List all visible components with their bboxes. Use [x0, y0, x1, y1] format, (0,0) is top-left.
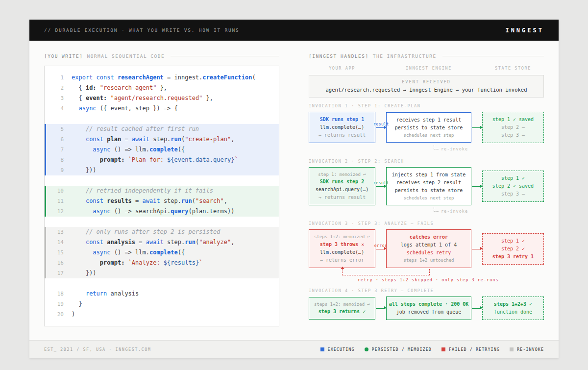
- code-token: const: [86, 136, 103, 143]
- code-token: return: [86, 290, 107, 297]
- box-line: searchApi.query(…): [311, 186, 373, 194]
- code-token: ,: [231, 136, 234, 143]
- invocation-label: INVOCATION 2 · STEP 2: SEARCH: [309, 159, 544, 164]
- infra-panel-tag: [INNGEST HANDLES]: [309, 53, 369, 59]
- line-number: 14: [51, 237, 64, 247]
- code-text: })): [72, 167, 97, 173]
- code-text: const analysis = await step.run("analyze…: [72, 239, 234, 246]
- code-token: [72, 208, 93, 215]
- code-panel-title: NORMAL SEQUENTIAL CODE: [87, 53, 165, 59]
- arrow-engine-to-store-icon: [471, 182, 482, 190]
- brand-logo: INNGEST: [505, 27, 544, 34]
- invocation-section: INVOCATION 3 · STEP 3: ANALYZE — FAILS s…: [309, 221, 544, 268]
- code-token: researchAgent: [118, 74, 164, 81]
- code-token: "create-plan": [185, 136, 231, 143]
- legend-item: FAILED / RETRYING: [441, 347, 500, 352]
- reinvoke-dash-icon: [434, 145, 439, 149]
- code-token: [72, 156, 100, 163]
- line-number: 1: [51, 73, 64, 83]
- code-line: 15 async () => llm.complete({: [45, 247, 279, 258]
- code-token: await: [143, 197, 160, 204]
- code-line: 20): [45, 309, 279, 320]
- line-number: 7: [51, 145, 64, 155]
- line-number: 13: [51, 227, 64, 237]
- code-token: ${results}: [164, 259, 199, 266]
- code-text: async ({ event, step }) => {: [72, 105, 178, 112]
- box-line: SDK runs step 2: [311, 178, 373, 186]
- column-headers: YOUR APP INNGEST ENGINE STATE STORE: [309, 66, 544, 71]
- line-number: 6: [51, 134, 64, 145]
- code-text: export const researchAgent = inngest.cre…: [72, 74, 256, 81]
- code-token: await: [146, 239, 164, 246]
- code-token: () => searchApi.: [110, 208, 171, 215]
- code-token: },: [156, 84, 167, 91]
- code-token: [72, 197, 86, 204]
- box-line: step 1 ✓: [485, 174, 541, 182]
- box-line: schedules next step: [389, 195, 469, 201]
- code-token: [72, 239, 86, 246]
- code-text: // retried independently if it fails: [72, 187, 213, 194]
- box-line: function done: [485, 308, 541, 316]
- retry-note: retry · steps 1+2 skipped · only step 3 …: [358, 277, 544, 282]
- code-token: complete: [149, 249, 178, 256]
- event-box-title: EVENT RECEIVED: [312, 79, 540, 84]
- arrow-app-to-engine-icon: [375, 304, 386, 312]
- code-token: "analyze": [199, 239, 231, 246]
- box-line: llm.complete(…): [311, 123, 373, 131]
- code-line: 13 // only runs after step 2 is persiste…: [45, 227, 279, 237]
- code-line: 8 prompt: `Plan for: ${event.data.query}…: [45, 155, 279, 165]
- state-store-box: step 1 ✓step 2 ✓step 3 retry 1: [482, 233, 544, 265]
- box-line: step 2 ✓: [485, 245, 541, 253]
- arrow-engine-to-store-icon: [471, 245, 482, 253]
- reinvoke-dash-icon: [434, 207, 439, 212]
- box-line: persists to state store: [389, 187, 469, 195]
- box-line: SDK runs step 1: [311, 116, 373, 123]
- heading-rule: [171, 56, 279, 56]
- code-token: async: [93, 249, 110, 256]
- box-line: step 1: memoized ↩: [311, 171, 373, 178]
- code-line: 7 async () => llm.complete({: [45, 145, 279, 155]
- column-header-your-app: YOUR APP: [309, 66, 375, 71]
- reinvoke-note: re-invoke: [434, 145, 544, 153]
- code-token: plan: [107, 136, 121, 143]
- code-line: 9 })): [45, 165, 279, 175]
- code-text: { event: "agent/research.requested" },: [72, 95, 213, 101]
- invocation-flow: INVOCATION 1 · STEP 1: CREATE-PLAN SDK r…: [309, 103, 544, 320]
- code-token: `: [199, 259, 202, 266]
- reinvoke-note: re-invoke: [434, 207, 544, 215]
- line-number: 18: [51, 289, 64, 299]
- box-line: receives step 2 result: [389, 179, 469, 187]
- arrow-label: result: [373, 122, 388, 126]
- code-token: })): [72, 270, 97, 276]
- code-text: return analysis: [72, 290, 139, 297]
- line-number: 19: [51, 299, 64, 309]
- code-token: prompt:: [100, 156, 125, 163]
- code-token: query: [171, 208, 188, 215]
- invocation-label: INVOCATION 3 · STEP 3: ANALYZE — FAILS: [309, 221, 544, 226]
- code-token: // only runs after step 2 is persisted: [86, 228, 220, 235]
- code-token: run: [181, 197, 192, 204]
- code-line: 6 const plan = await step.run("create-pl…: [45, 134, 279, 145]
- code-token: results: [107, 197, 132, 204]
- line-number: 16: [51, 258, 64, 268]
- reinvoke-label: re-invoke: [441, 147, 468, 151]
- line-number: 5: [51, 124, 64, 134]
- red-square-icon: [441, 347, 445, 351]
- box-line: → returns result: [311, 131, 373, 139]
- legend: EXECUTINGPERSISTED / MEMOIZEDFAILED / RE…: [320, 347, 544, 352]
- arrow-engine-to-store-icon: [471, 304, 482, 312]
- code-token: // result cached after first run: [86, 125, 199, 132]
- infra-panel: [INNGEST HANDLES] THE INFRASTRUCTURE YOU…: [294, 41, 559, 340]
- code-text: async () => llm.complete({: [72, 146, 185, 153]
- arrow-app-to-engine-icon: error: [375, 245, 386, 253]
- code-token: export const: [72, 74, 118, 81]
- code-token: ({: [178, 249, 185, 256]
- engine-box: all steps complete · 200 OKjob removed f…: [386, 296, 471, 320]
- code-token: ({: [178, 146, 185, 153]
- code-text: }: [72, 300, 82, 307]
- box-line: step 3 throws ✕: [311, 241, 373, 248]
- box-line: schedules retry: [389, 249, 469, 257]
- code-token: "research-agent": [100, 84, 157, 91]
- code-token: const: [86, 197, 103, 204]
- legend-item: EXECUTING: [320, 347, 355, 352]
